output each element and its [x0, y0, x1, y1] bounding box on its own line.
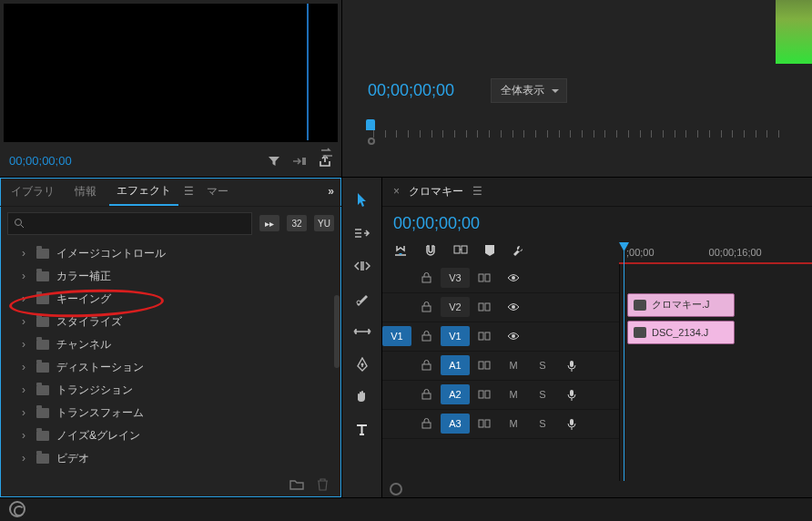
search-input[interactable]: [30, 217, 246, 230]
chevron-right-icon: ›: [22, 383, 29, 396]
slip-tool[interactable]: [350, 322, 374, 342]
svg-rect-0: [302, 158, 306, 165]
lock-icon[interactable]: [411, 272, 441, 283]
mic-icon[interactable]: [557, 389, 586, 401]
lock-icon[interactable]: [411, 360, 441, 371]
fx-folder-item[interactable]: ›カラー補正: [0, 265, 341, 288]
pen-tool[interactable]: [350, 354, 374, 374]
fx-folder-item[interactable]: ›スタイライズ: [0, 311, 341, 333]
fx-label: ビデオ: [56, 451, 89, 466]
sync-lock-icon[interactable]: [470, 273, 499, 282]
solo-button[interactable]: S: [528, 360, 557, 371]
type-tool[interactable]: [350, 420, 374, 440]
mute-button[interactable]: M: [499, 389, 528, 400]
timeline-playhead[interactable]: [624, 242, 624, 481]
wrench-icon[interactable]: [512, 244, 524, 257]
track-label[interactable]: V2: [441, 297, 470, 317]
sync-lock-icon[interactable]: [470, 302, 499, 312]
program-scrubber[interactable]: [364, 119, 790, 147]
preset-accel[interactable]: ▸▸: [259, 215, 279, 231]
track-label[interactable]: A1: [441, 355, 470, 375]
track-label[interactable]: V3: [441, 268, 470, 288]
fx-folder-item[interactable]: ›ノイズ&グレイン: [0, 424, 341, 447]
track-select-tool[interactable]: [350, 223, 374, 243]
insert-icon[interactable]: [292, 154, 307, 169]
tab-info[interactable]: 情報: [67, 179, 104, 205]
track-a2[interactable]: A2 M S: [382, 381, 619, 410]
track-a1[interactable]: A1 M S: [382, 352, 619, 381]
clip-chromakey[interactable]: クロマキー.J: [627, 293, 735, 317]
timeline-hscroll[interactable]: [382, 481, 812, 497]
lock-icon[interactable]: [411, 331, 441, 342]
eye-icon[interactable]: [499, 332, 528, 341]
creative-cloud-icon[interactable]: [9, 501, 25, 517]
new-bin-icon[interactable]: [289, 478, 304, 490]
track-v2[interactable]: V2: [382, 293, 619, 322]
scrollbar[interactable]: [334, 295, 340, 368]
fx-folder-item[interactable]: ›トランジション: [0, 379, 341, 402]
track-label[interactable]: A3: [441, 414, 470, 434]
view-mode-select[interactable]: 全体表示: [491, 78, 567, 103]
preset-32bit[interactable]: 32: [287, 215, 307, 231]
funnel-icon[interactable]: [267, 154, 281, 169]
hand-tool[interactable]: [350, 387, 374, 407]
eye-icon[interactable]: [499, 302, 528, 312]
fx-folder-item[interactable]: ›ディストーション: [0, 356, 341, 379]
close-icon[interactable]: ×: [393, 185, 400, 198]
razor-tool[interactable]: [350, 289, 374, 309]
timeline-tracks[interactable]: クロマキー.J DSC_2134.J: [619, 264, 812, 481]
track-label[interactable]: V1: [441, 326, 470, 346]
tab-menu-icon[interactable]: ☰: [184, 185, 194, 198]
sync-lock-icon[interactable]: [470, 332, 499, 341]
fx-folder-item[interactable]: ›チャンネル: [0, 333, 341, 356]
scrub-playhead[interactable]: [366, 119, 375, 130]
track-v3[interactable]: V3: [382, 264, 619, 293]
sync-lock-icon[interactable]: [470, 419, 499, 428]
solo-button[interactable]: S: [528, 418, 557, 429]
fx-folder-item[interactable]: ›ビデオ: [0, 447, 341, 470]
linked-selection-icon[interactable]: [453, 244, 468, 257]
selection-tool[interactable]: [350, 190, 374, 210]
fx-folder-keying[interactable]: ›キーイング: [0, 288, 341, 311]
program-timecode[interactable]: 00;00;00;00: [368, 81, 454, 100]
snap-icon[interactable]: [393, 244, 408, 257]
track-a3[interactable]: A3 M S: [382, 410, 619, 439]
fx-folder-item[interactable]: ›イメージコントロール: [0, 242, 341, 265]
lock-icon[interactable]: [411, 418, 441, 429]
mic-icon[interactable]: [557, 360, 586, 372]
solo-button[interactable]: S: [528, 389, 557, 400]
fx-folder-item[interactable]: ›トランスフォーム: [0, 402, 341, 424]
mute-button[interactable]: M: [499, 418, 528, 429]
sequence-title[interactable]: クロマキー: [409, 184, 463, 199]
preset-yuv[interactable]: YU: [314, 215, 334, 231]
marker-icon[interactable]: [484, 244, 495, 257]
source-patch[interactable]: V1: [382, 326, 411, 346]
lock-icon[interactable]: [411, 301, 441, 312]
magnet-icon[interactable]: [424, 244, 437, 257]
tab-effects[interactable]: エフェクト: [109, 178, 178, 206]
track-label[interactable]: A2: [441, 384, 470, 404]
zoom-handle[interactable]: [390, 483, 402, 495]
source-canvas[interactable]: [4, 4, 338, 142]
effects-list[interactable]: ›イメージコントロール ›カラー補正 ›キーイング ›スタイライズ ›チャンネル…: [0, 240, 341, 472]
timeline-timecode[interactable]: 00;00;00;00: [393, 214, 480, 233]
effects-search[interactable]: [7, 212, 252, 235]
source-timecode[interactable]: 00;00;00;00: [9, 154, 72, 168]
ripple-tool[interactable]: [350, 256, 374, 276]
clip-dsc2134[interactable]: DSC_2134.J: [627, 321, 735, 344]
tab-library[interactable]: イブラリ: [4, 179, 62, 205]
mic-icon[interactable]: [557, 418, 586, 430]
tab-marker[interactable]: マー: [199, 179, 236, 205]
loop-icon[interactable]: [320, 146, 334, 160]
eye-icon[interactable]: [499, 273, 528, 282]
sync-lock-icon[interactable]: [470, 361, 499, 370]
tabs-overflow[interactable]: »: [328, 185, 334, 198]
timeline-menu-icon[interactable]: ☰: [472, 185, 482, 198]
lock-icon[interactable]: [411, 389, 441, 400]
time-ruler[interactable]: ;00;00 00;00;16;00: [619, 242, 812, 262]
trash-icon[interactable]: [317, 477, 329, 491]
fx-badge-icon: [634, 300, 646, 311]
sync-lock-icon[interactable]: [470, 390, 499, 399]
track-v1[interactable]: V1 V1: [382, 322, 619, 352]
mute-button[interactable]: M: [499, 360, 528, 371]
